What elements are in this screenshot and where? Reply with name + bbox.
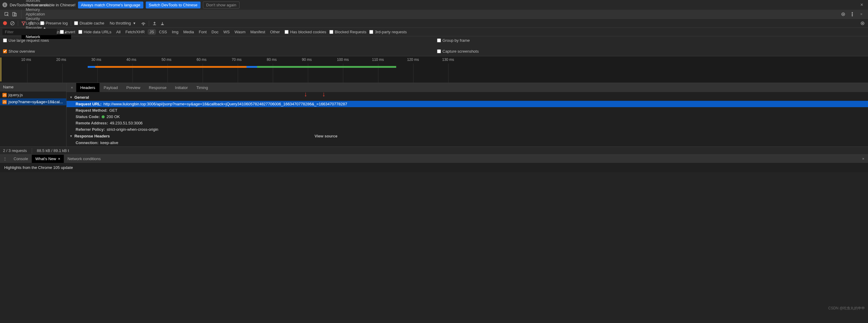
disable-cache-label: Disable cache [80, 21, 104, 25]
import-har-icon[interactable] [152, 21, 157, 26]
network-settings-icon[interactable] [860, 21, 865, 26]
close-devtools-icon[interactable]: × [859, 12, 864, 17]
details-tab-preview[interactable]: Preview [122, 83, 145, 92]
drawer-tab-what-s-new[interactable]: What's New× [32, 155, 64, 163]
close-details-icon[interactable]: × [68, 85, 76, 90]
main-tabs: ElementsConsoleSourcesPerformanceMemoryA… [0, 10, 868, 19]
tab-memory[interactable]: Memory [22, 7, 71, 12]
drawer-content: Highlights from the Chrome 105 update [4, 165, 73, 170]
svg-point-10 [143, 25, 144, 25]
filter-input[interactable] [2, 29, 57, 35]
filter-type-ws[interactable]: WS [221, 29, 231, 35]
record-button[interactable] [3, 21, 7, 25]
network-conditions-icon[interactable] [141, 21, 146, 26]
filter-type-wasm[interactable]: Wasm [232, 29, 247, 35]
filter-type-media[interactable]: Media [182, 29, 196, 35]
filter-type-img[interactable]: Img [170, 29, 180, 35]
details-tab-headers[interactable]: Headers [76, 83, 99, 92]
triangle-down-icon: ▼ [69, 96, 72, 99]
timeline-tick: 70 ms [232, 58, 242, 62]
details-tab-timing[interactable]: Timing [192, 83, 212, 92]
filter-type-doc[interactable]: Doc [210, 29, 220, 35]
section-general[interactable]: ▼General [66, 94, 868, 101]
export-har-icon[interactable] [160, 21, 165, 26]
tab-application[interactable]: Application [22, 12, 71, 16]
svg-point-6 [852, 13, 852, 14]
always-match-button[interactable]: Always match Chrome's language [78, 1, 143, 8]
timeline-bar [257, 66, 396, 68]
section-response-headers[interactable]: ▼Response HeadersView source [66, 133, 868, 140]
transfer-size: 88.5 kB / 89.1 kB t [37, 148, 69, 153]
filter-type-all[interactable]: All [114, 29, 122, 35]
details-tab-initiator[interactable]: Initiator [171, 83, 192, 92]
throttling-select[interactable]: No throttling▾ [107, 21, 138, 25]
drawer-menu-icon[interactable]: ⋮ [0, 156, 10, 161]
status-bar: 2 / 3 requests 88.5 kB / 89.1 kB t [0, 147, 868, 154]
filter-type-font[interactable]: Font [197, 29, 208, 35]
filter-type-js[interactable]: JS [148, 29, 156, 35]
request-name: jsonp?name=sy&age=18&cal... [8, 99, 63, 104]
show-overview-checkbox[interactable]: Show overview [3, 49, 35, 54]
svg-point-12 [862, 23, 863, 24]
svg-point-4 [843, 13, 844, 14]
more-icon[interactable] [850, 12, 855, 17]
switch-devtools-button[interactable]: Switch DevTools to Chinese [146, 1, 200, 8]
hide-data-urls-checkbox[interactable]: Hide data URLs [78, 30, 112, 34]
invert-checkbox[interactable]: Invert [60, 30, 75, 34]
drawer-tab-label: Console [13, 156, 28, 161]
details-tab-payload[interactable]: Payload [99, 83, 122, 92]
search-icon[interactable] [29, 21, 34, 26]
close-tab-icon[interactable]: × [58, 156, 61, 161]
filter-type-manifest[interactable]: Manifest [249, 29, 267, 35]
filter-type-css[interactable]: CSS [157, 29, 169, 35]
tab-performance[interactable]: Performance [22, 3, 71, 7]
network-content: Name JSjquery.jsJSjsonp?name=sy&age=18&c… [0, 83, 868, 147]
view-source-link[interactable]: View source [314, 134, 338, 138]
blocked-cookies-checkbox[interactable]: Has blocked cookies [285, 30, 326, 34]
preserve-log-checkbox[interactable]: Preserve log [40, 21, 68, 25]
kv-request-url[interactable]: Request URL:http://www.liulongbin.top:30… [66, 101, 868, 107]
timeline-tick: 40 ms [126, 58, 136, 62]
group-by-frame-checkbox[interactable]: Group by frame [437, 38, 865, 43]
request-row[interactable]: JSjsonp?name=sy&age=18&cal... [0, 98, 66, 105]
filter-type-other[interactable]: Other [268, 29, 282, 35]
request-list-header[interactable]: Name [0, 83, 66, 91]
large-rows-label: Use large request rows [8, 38, 49, 43]
filter-icon[interactable] [21, 21, 26, 26]
svg-point-3 [842, 13, 845, 16]
dont-show-button[interactable]: Don't show again [203, 1, 240, 8]
timeline-bar [88, 66, 95, 68]
tab-security[interactable]: Security [22, 16, 71, 21]
inspect-icon[interactable] [4, 12, 9, 17]
blocked-cookies-label: Has blocked cookies [290, 30, 326, 34]
request-row[interactable]: JSjquery.js [0, 91, 66, 98]
details-tab-response[interactable]: Response [145, 83, 171, 92]
referrer-key: Referrer Policy: [75, 127, 105, 132]
arrow-annotation: ↓ [322, 92, 326, 98]
arrow-annotation: ↓ [304, 92, 307, 98]
disable-cache-checkbox[interactable]: Disable cache [74, 21, 104, 25]
method-key: Request Method: [75, 108, 107, 113]
timeline-overview[interactable]: 10 ms20 ms30 ms40 ms50 ms60 ms70 ms80 ms… [0, 56, 868, 83]
large-rows-checkbox[interactable]: Use large request rows [3, 38, 431, 43]
section-response-label: Response Headers [74, 134, 110, 138]
filter-bar: Invert Hide data URLs AllFetch/XHRJSCSSI… [0, 28, 868, 36]
third-party-checkbox[interactable]: 3rd-party requests [369, 30, 407, 34]
device-icon[interactable] [12, 12, 17, 17]
blocked-requests-checkbox[interactable]: Blocked Requests [329, 30, 367, 34]
drawer-tab-network-conditions[interactable]: Network conditions [64, 155, 104, 163]
filter-type-fetch-xhr[interactable]: Fetch/XHR [124, 29, 147, 35]
capture-screenshots-checkbox[interactable]: Capture screenshots [437, 49, 479, 54]
connection-value: keep-alive [100, 141, 118, 145]
close-drawer-icon[interactable]: × [858, 156, 868, 161]
svg-point-7 [852, 15, 852, 16]
kv-remote-address: Remote Address:49.233.51.53:3006 [66, 120, 868, 126]
settings-icon[interactable] [841, 12, 846, 17]
drawer-tab-console[interactable]: Console [10, 155, 32, 163]
capture-screenshots-label: Capture screenshots [442, 49, 479, 54]
clear-icon[interactable] [10, 21, 15, 26]
close-banner-icon[interactable]: × [858, 2, 866, 7]
drawer-body: Highlights from the Chrome 105 update [0, 163, 868, 172]
network-toolbar: Preserve log Disable cache No throttling… [0, 19, 868, 28]
tab-sources[interactable]: Sources [22, 0, 71, 3]
